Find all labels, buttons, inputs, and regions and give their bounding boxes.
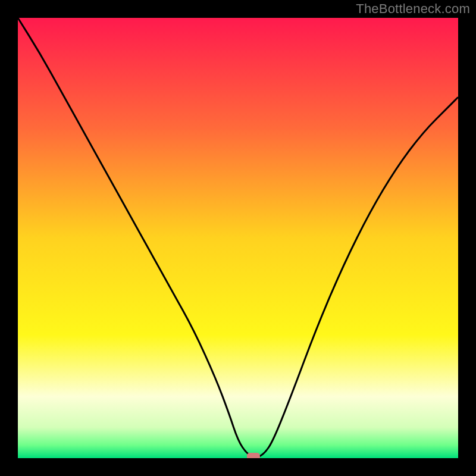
watermark-text: TheBottleneck.com (356, 1, 470, 17)
gradient-background (18, 18, 458, 458)
chart-svg (18, 18, 458, 458)
optimum-marker (247, 453, 260, 458)
chart-plot-area (18, 18, 458, 458)
chart-frame: TheBottleneck.com (0, 0, 476, 476)
